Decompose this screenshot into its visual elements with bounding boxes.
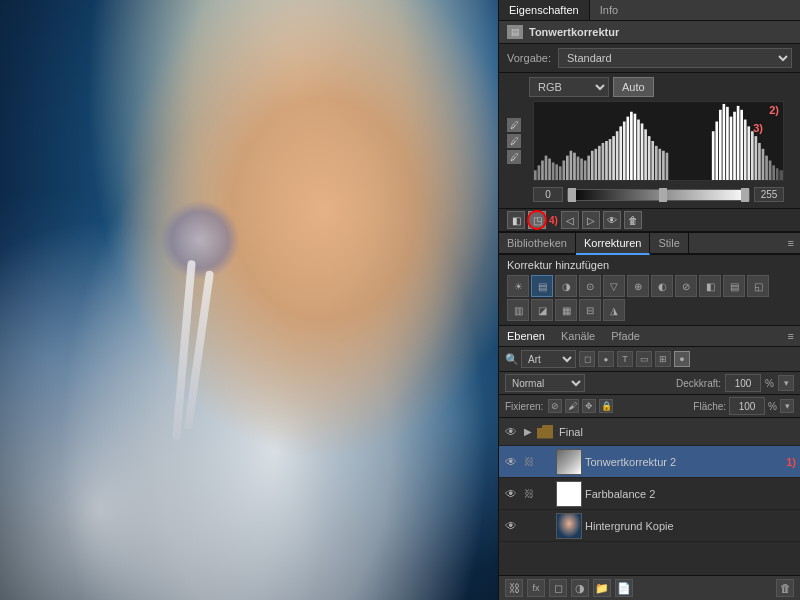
tab-ebenen[interactable]: Ebenen (499, 326, 553, 346)
k-exposure[interactable]: ⊙ (579, 275, 601, 297)
input-sliders (525, 185, 792, 204)
k-colorbalance[interactable]: ◐ (651, 275, 673, 297)
channel-select[interactable]: RGB (529, 77, 609, 97)
svg-rect-32 (648, 136, 651, 180)
tab-pfade[interactable]: Pfade (603, 326, 648, 346)
k-photo-filter[interactable]: ◧ (699, 275, 721, 297)
k-levels[interactable]: ▤ (531, 275, 553, 297)
layer-link-tonwert[interactable]: ⛓ (522, 455, 536, 469)
clip-to-layer-btn[interactable]: ◳ (528, 211, 546, 229)
svg-rect-3 (545, 156, 548, 180)
layer-tonwert-2[interactable]: 👁 ⛓ Tonwertkorrektur 2 1) (499, 446, 800, 478)
svg-rect-9 (566, 156, 569, 180)
tab-stile[interactable]: Stile (650, 233, 688, 253)
new-adjustment-btn[interactable]: ◑ (571, 579, 589, 597)
layer-link-farb[interactable]: ⛓ (522, 487, 536, 501)
eyedropper-black[interactable]: 🖊 (507, 118, 521, 132)
histogram-toolbar: ◧ ◳ 4) ◁ ▷ 👁 🗑 (499, 209, 800, 232)
layer-vis-farb[interactable]: 👁 (503, 486, 519, 502)
ebenen-tabs-menu[interactable]: ≡ (782, 326, 800, 346)
tonwert-icon: ▤ (507, 25, 523, 39)
layer-thumb-hg (556, 513, 582, 539)
shape-icon[interactable]: ▭ (636, 351, 652, 367)
k-color-lookup[interactable]: ◱ (747, 275, 769, 297)
prev-btn[interactable]: ◁ (561, 211, 579, 229)
svg-rect-15 (587, 156, 590, 180)
properties-title: Tonwertkorrektur (529, 26, 619, 38)
trash-btn[interactable]: 🗑 (624, 211, 642, 229)
k-gradient-map[interactable]: ⊟ (579, 299, 601, 321)
flaeche-label: Fläche: (693, 401, 726, 412)
layer-group-final[interactable]: 👁 ▶ Final (499, 418, 800, 446)
group-visibility-icon[interactable]: 👁 (503, 424, 519, 440)
layer-link-hg (522, 519, 536, 533)
eyedropper-white[interactable]: 🖊 (507, 150, 521, 164)
k-hsl[interactable]: ⊕ (627, 275, 649, 297)
k-posterize[interactable]: ◪ (531, 299, 553, 321)
add-mask-btn[interactable]: ◻ (549, 579, 567, 597)
delete-layer-btn[interactable]: 🗑 (776, 579, 794, 597)
fix-move[interactable]: ✥ (582, 399, 596, 413)
k-threshold[interactable]: ▦ (555, 299, 577, 321)
deckkraft-menu[interactable]: ▾ (778, 375, 794, 391)
clip-shadows-btn[interactable]: ◧ (507, 211, 525, 229)
svg-rect-21 (609, 139, 612, 180)
input-slider-track[interactable] (567, 189, 750, 201)
histogram-svg (534, 102, 783, 180)
add-style-btn[interactable]: fx (527, 579, 545, 597)
tab-bibliotheken[interactable]: Bibliotheken (499, 233, 576, 253)
next-btn[interactable]: ▷ (582, 211, 600, 229)
layer-lock-farb (539, 487, 553, 501)
mask-icon[interactable]: ◻ (579, 351, 595, 367)
layer-thumb-farb (556, 481, 582, 507)
white-point-slider[interactable] (741, 188, 749, 202)
photo-area (0, 0, 498, 600)
tab-eigenschaften[interactable]: Eigenschaften (499, 0, 590, 20)
smart-icon[interactable]: ⊞ (655, 351, 671, 367)
layer-lock-tonwert (539, 455, 553, 469)
k-invert[interactable]: ▥ (507, 299, 529, 321)
deckkraft-value[interactable] (725, 374, 761, 392)
layer-farbbalance-2[interactable]: 👁 ⛓ Farbbalance 2 (499, 478, 800, 510)
k-curves[interactable]: ◑ (555, 275, 577, 297)
svg-rect-39 (715, 122, 718, 181)
panel-tabs-menu[interactable]: ≡ (782, 233, 800, 253)
black-point-slider[interactable] (568, 188, 576, 202)
input-black-value[interactable] (533, 187, 563, 202)
layer-vis-tonwert[interactable]: 👁 (503, 454, 519, 470)
fix-paint[interactable]: 🖌 (565, 399, 579, 413)
k-bw[interactable]: ⊘ (675, 275, 697, 297)
tab-kanaele[interactable]: Kanäle (553, 326, 603, 346)
auto-button[interactable]: Auto (613, 77, 654, 97)
svg-rect-18 (598, 146, 601, 180)
flaeche-menu[interactable]: ▾ (780, 399, 794, 413)
filter-toggle[interactable]: ● (674, 351, 690, 367)
layer-vis-hg[interactable]: 👁 (503, 518, 519, 534)
new-layer-btn[interactable]: 📄 (615, 579, 633, 597)
link-layers-btn[interactable]: ⛓ (505, 579, 523, 597)
fx-icon[interactable]: ● (598, 351, 614, 367)
filter-select[interactable]: Art (521, 350, 576, 368)
visibility-btn[interactable]: 👁 (603, 211, 621, 229)
svg-rect-36 (662, 151, 665, 180)
vorgabe-select[interactable]: Standard (558, 48, 792, 68)
blend-mode-select[interactable]: Normal (505, 374, 585, 392)
tab-korrekturen[interactable]: Korrekturen (576, 233, 650, 255)
k-channel-mixer[interactable]: ▤ (723, 275, 745, 297)
group-arrow-icon[interactable]: ▶ (522, 426, 534, 438)
new-group-btn[interactable]: 📁 (593, 579, 611, 597)
flaeche-value[interactable] (729, 397, 765, 415)
fix-transparent-pixels[interactable]: ⊘ (548, 399, 562, 413)
text-icon[interactable]: T (617, 351, 633, 367)
k-vibrance[interactable]: ▽ (603, 275, 625, 297)
svg-rect-14 (584, 161, 587, 181)
gray-point-slider[interactable] (659, 188, 667, 202)
fix-all[interactable]: 🔒 (599, 399, 613, 413)
eyedropper-gray[interactable]: 🖊 (507, 134, 521, 148)
svg-rect-7 (559, 166, 562, 180)
k-brightness[interactable]: ☀ (507, 275, 529, 297)
layer-hintergrund-kopie[interactable]: 👁 Hintergrund Kopie (499, 510, 800, 542)
input-white-value[interactable] (754, 187, 784, 202)
k-selective-color[interactable]: ◮ (603, 299, 625, 321)
tab-info[interactable]: Info (590, 0, 628, 20)
